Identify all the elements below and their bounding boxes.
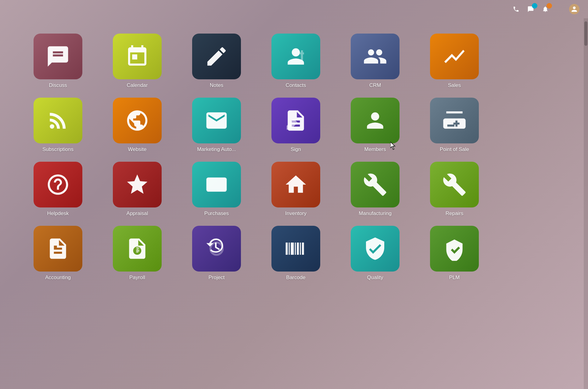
sign-label: Sign bbox=[291, 146, 301, 153]
repairs-icon bbox=[430, 162, 479, 207]
quality-icon bbox=[351, 226, 400, 272]
members-icon bbox=[351, 98, 400, 143]
app-item-contacts[interactable]: Contacts bbox=[268, 34, 323, 88]
topbar bbox=[0, 0, 588, 18]
contacts-icon bbox=[271, 34, 320, 79]
app-item-accounting[interactable]: Accounting bbox=[30, 226, 85, 281]
app-item-inventory[interactable]: Inventory bbox=[268, 162, 323, 217]
notify-badge bbox=[547, 3, 552, 9]
contacts-label: Contacts bbox=[285, 82, 306, 88]
barcode-label: Barcode bbox=[286, 275, 305, 281]
app-item-discuss[interactable]: Discuss bbox=[30, 34, 85, 88]
app-item-pos[interactable]: Point of Sale bbox=[427, 98, 482, 153]
plm-label: PLM bbox=[449, 275, 460, 281]
app-item-project[interactable]: Project bbox=[189, 226, 244, 281]
app-item-sales[interactable]: Sales bbox=[427, 34, 482, 88]
app-item-manufacturing[interactable]: Manufacturing bbox=[348, 162, 403, 217]
repairs-label: Repairs bbox=[446, 211, 464, 217]
app-item-plm[interactable]: PLM bbox=[427, 226, 482, 281]
barcode-icon bbox=[271, 226, 320, 272]
marketing-icon bbox=[192, 98, 241, 143]
project-label: Project bbox=[209, 275, 225, 281]
app-item-barcode[interactable]: Barcode bbox=[268, 226, 323, 281]
crm-icon bbox=[351, 34, 400, 79]
app-item-helpdesk[interactable]: Helpdesk bbox=[30, 162, 85, 217]
app-item-subscriptions[interactable]: Subscriptions bbox=[30, 98, 85, 153]
website-label: Website bbox=[128, 146, 146, 153]
app-item-quality[interactable]: Quality bbox=[348, 226, 403, 281]
project-icon bbox=[192, 226, 241, 272]
inventory-icon bbox=[271, 162, 320, 207]
notify-icon[interactable] bbox=[540, 4, 551, 15]
accounting-icon bbox=[34, 226, 82, 272]
calendar-label: Calendar bbox=[127, 82, 148, 88]
subscriptions-icon bbox=[34, 98, 82, 143]
plm-icon bbox=[430, 226, 479, 272]
pos-label: Point of Sale bbox=[440, 146, 469, 153]
members-label: Members bbox=[364, 146, 386, 153]
payroll-icon bbox=[113, 226, 162, 272]
close-icon[interactable] bbox=[554, 4, 565, 15]
accounting-label: Accounting bbox=[45, 275, 71, 281]
appraisal-label: Appraisal bbox=[127, 211, 148, 217]
sales-label: Sales bbox=[448, 82, 461, 88]
calendar-icon bbox=[113, 34, 162, 79]
payroll-label: Payroll bbox=[129, 275, 145, 281]
sign-icon bbox=[271, 98, 320, 143]
purchases-label: Purchases bbox=[204, 211, 229, 217]
app-item-appraisal[interactable]: Appraisal bbox=[110, 162, 165, 217]
discuss-label: Discuss bbox=[49, 82, 67, 88]
app-grid: DiscussCalendarNotesContactsCRMSalesSubs… bbox=[30, 34, 482, 281]
app-item-website[interactable]: Website bbox=[110, 98, 165, 153]
discuss-icon bbox=[34, 34, 82, 79]
appraisal-icon bbox=[113, 162, 162, 207]
notes-icon bbox=[192, 34, 241, 79]
manufacturing-icon bbox=[351, 162, 400, 207]
app-item-sign[interactable]: Sign bbox=[268, 98, 323, 153]
manufacturing-label: Manufacturing bbox=[359, 211, 392, 217]
app-item-marketing[interactable]: Marketing Auto... bbox=[189, 98, 244, 153]
app-item-members[interactable]: Members bbox=[348, 98, 403, 153]
admin-avatar bbox=[569, 4, 579, 14]
inventory-label: Inventory bbox=[285, 211, 307, 217]
app-item-repairs[interactable]: Repairs bbox=[427, 162, 482, 217]
helpdesk-icon bbox=[34, 162, 82, 207]
phone-icon[interactable] bbox=[511, 4, 522, 15]
app-item-payroll[interactable]: Payroll bbox=[110, 226, 165, 281]
chat-badge bbox=[532, 3, 537, 9]
website-icon bbox=[113, 98, 162, 143]
app-item-calendar[interactable]: Calendar bbox=[110, 34, 165, 88]
helpdesk-label: Helpdesk bbox=[47, 211, 69, 217]
crm-label: CRM bbox=[369, 82, 381, 88]
purchases-icon bbox=[192, 162, 241, 207]
svg-rect-0 bbox=[206, 178, 227, 192]
scrollbar-thumb bbox=[584, 21, 587, 46]
sales-icon bbox=[430, 34, 479, 79]
pos-icon bbox=[430, 98, 479, 143]
scrollbar[interactable] bbox=[584, 18, 588, 389]
admin-menu[interactable] bbox=[569, 4, 582, 14]
chat-icon[interactable] bbox=[525, 4, 536, 15]
quality-label: Quality bbox=[367, 275, 383, 281]
app-item-purchases[interactable]: Purchases bbox=[189, 162, 244, 217]
app-item-notes[interactable]: Notes bbox=[189, 34, 244, 88]
app-item-crm[interactable]: CRM bbox=[348, 34, 403, 88]
subscriptions-label: Subscriptions bbox=[42, 146, 74, 153]
marketing-label: Marketing Auto... bbox=[197, 146, 236, 153]
notes-label: Notes bbox=[210, 82, 223, 88]
